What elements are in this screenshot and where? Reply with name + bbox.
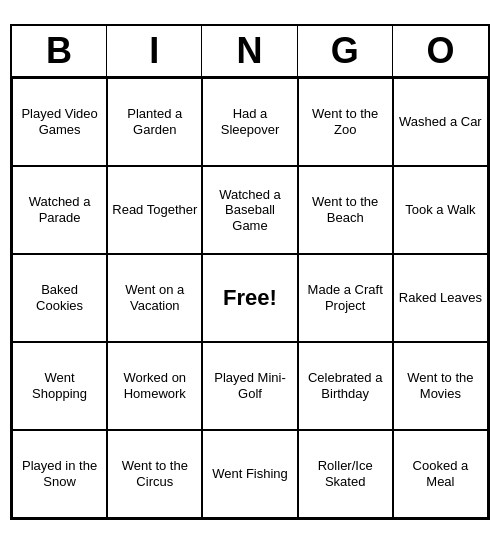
bingo-cell: Made a Craft Project bbox=[298, 254, 393, 342]
bingo-cell: Went Shopping bbox=[12, 342, 107, 430]
bingo-cell: Played Mini-Golf bbox=[202, 342, 297, 430]
bingo-cell: Went Fishing bbox=[202, 430, 297, 518]
bingo-cell: Raked Leaves bbox=[393, 254, 488, 342]
bingo-header-letter: G bbox=[298, 26, 393, 76]
bingo-cell: Read Together bbox=[107, 166, 202, 254]
free-space: Free! bbox=[202, 254, 297, 342]
bingo-cell: Celebrated a Birthday bbox=[298, 342, 393, 430]
bingo-cell: Went to the Circus bbox=[107, 430, 202, 518]
bingo-cell: Played Video Games bbox=[12, 78, 107, 166]
bingo-header: BINGO bbox=[12, 26, 488, 78]
bingo-grid: Played Video GamesPlanted a GardenHad a … bbox=[12, 78, 488, 518]
bingo-cell: Watched a Parade bbox=[12, 166, 107, 254]
bingo-cell: Went to the Beach bbox=[298, 166, 393, 254]
bingo-cell: Took a Walk bbox=[393, 166, 488, 254]
bingo-cell: Went to the Movies bbox=[393, 342, 488, 430]
bingo-cell: Baked Cookies bbox=[12, 254, 107, 342]
bingo-cell: Went on a Vacation bbox=[107, 254, 202, 342]
bingo-cell: Worked on Homework bbox=[107, 342, 202, 430]
bingo-cell: Watched a Baseball Game bbox=[202, 166, 297, 254]
bingo-cell: Had a Sleepover bbox=[202, 78, 297, 166]
bingo-cell: Washed a Car bbox=[393, 78, 488, 166]
bingo-cell: Roller/Ice Skated bbox=[298, 430, 393, 518]
bingo-cell: Went to the Zoo bbox=[298, 78, 393, 166]
bingo-cell: Played in the Snow bbox=[12, 430, 107, 518]
bingo-header-letter: O bbox=[393, 26, 488, 76]
bingo-header-letter: N bbox=[202, 26, 297, 76]
bingo-cell: Planted a Garden bbox=[107, 78, 202, 166]
bingo-card: BINGO Played Video GamesPlanted a Garden… bbox=[10, 24, 490, 520]
bingo-header-letter: I bbox=[107, 26, 202, 76]
bingo-cell: Cooked a Meal bbox=[393, 430, 488, 518]
bingo-header-letter: B bbox=[12, 26, 107, 76]
